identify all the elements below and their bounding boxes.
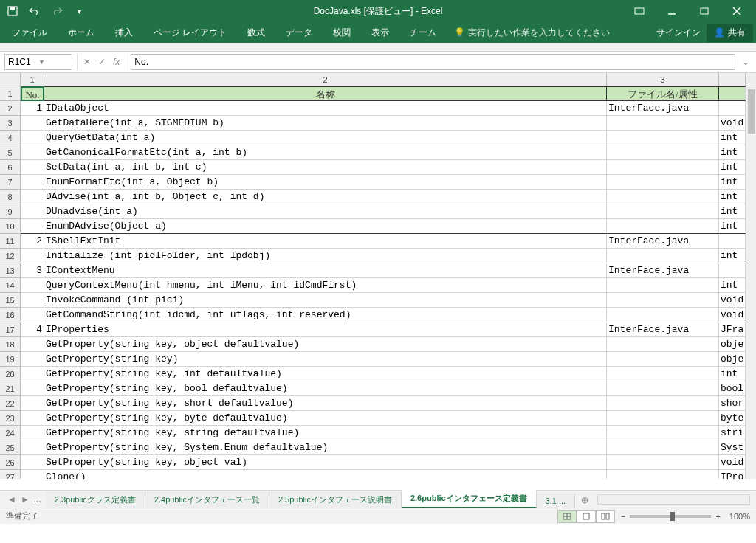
- fx-icon[interactable]: fx: [113, 57, 120, 67]
- cell[interactable]: [21, 160, 44, 175]
- cell[interactable]: [607, 411, 719, 426]
- cell[interactable]: InterFace.java: [607, 263, 719, 278]
- cell[interactable]: Syst: [719, 440, 746, 455]
- row-header[interactable]: 5: [0, 145, 21, 160]
- cell[interactable]: IProperties: [44, 322, 607, 337]
- zoom-out-icon[interactable]: −: [621, 512, 625, 521]
- view-pagelayout-icon[interactable]: [577, 510, 596, 523]
- cell[interactable]: InterFace.java: [607, 234, 719, 249]
- row-header[interactable]: 19: [0, 352, 21, 367]
- sheet-more-left[interactable]: ...: [32, 494, 43, 505]
- cell[interactable]: [21, 455, 44, 470]
- cell[interactable]: [719, 234, 746, 249]
- row-header[interactable]: 21: [0, 381, 21, 396]
- vscroll-thumb[interactable]: [748, 89, 755, 134]
- cell[interactable]: [607, 145, 719, 160]
- cell[interactable]: InterFace.java: [607, 322, 719, 337]
- row-header[interactable]: 9: [0, 204, 21, 219]
- cell[interactable]: [21, 440, 44, 455]
- cell[interactable]: IPro: [719, 470, 746, 479]
- cell[interactable]: [607, 160, 719, 175]
- row-header[interactable]: 25: [0, 440, 21, 455]
- cell[interactable]: 3: [21, 263, 44, 278]
- row-header[interactable]: 11: [0, 234, 21, 249]
- cell[interactable]: GetProperty(string key, bool defaultvalu…: [44, 381, 607, 396]
- tab-file[interactable]: ファイル: [3, 24, 56, 42]
- cell[interactable]: void: [719, 116, 746, 131]
- row-header[interactable]: 13: [0, 263, 21, 278]
- cell[interactable]: 2: [21, 234, 44, 249]
- cell[interactable]: [607, 175, 719, 190]
- cell[interactable]: int: [719, 131, 746, 145]
- cell[interactable]: [607, 308, 719, 322]
- cell[interactable]: [21, 219, 44, 234]
- row-header[interactable]: 24: [0, 426, 21, 440]
- add-sheet-button[interactable]: ⊕: [575, 492, 594, 508]
- save-icon[interactable]: [6, 4, 19, 18]
- view-pagebreak-icon[interactable]: [596, 510, 615, 523]
- cell[interactable]: GetCommandString(int idcmd, int uflags, …: [44, 308, 607, 322]
- cell[interactable]: SetData(int a, int b, int c): [44, 160, 607, 175]
- cell[interactable]: GetProperty(string key, string defaultva…: [44, 426, 607, 440]
- cell[interactable]: [607, 381, 719, 396]
- cell[interactable]: 1: [21, 101, 44, 116]
- sheet-tab[interactable]: 3.1 ...: [537, 494, 576, 508]
- cell[interactable]: QueryGetData(int a): [44, 131, 607, 145]
- cell[interactable]: DUnadvise(int a): [44, 204, 607, 219]
- zoom-in-icon[interactable]: +: [715, 512, 720, 521]
- cell[interactable]: [21, 131, 44, 145]
- cell[interactable]: JFra: [719, 322, 746, 337]
- cell[interactable]: void: [719, 293, 746, 308]
- cancel-icon[interactable]: ✕: [83, 57, 91, 67]
- cell[interactable]: [21, 190, 44, 204]
- sheet-tab[interactable]: 2.3publicクラス定義書: [46, 491, 145, 508]
- formula-expand-icon[interactable]: ⌄: [740, 57, 752, 67]
- cell-file-header[interactable]: ファイル名/属性: [607, 86, 719, 101]
- share-button[interactable]: 👤 共有: [707, 24, 753, 42]
- row-header[interactable]: 2: [0, 101, 21, 116]
- row-header[interactable]: 17: [0, 322, 21, 337]
- horizontal-scrollbar[interactable]: [597, 494, 750, 505]
- cell[interactable]: int: [719, 190, 746, 204]
- row-header[interactable]: 16: [0, 308, 21, 322]
- zoom-value[interactable]: 100%: [729, 512, 750, 521]
- cell[interactable]: shor: [719, 396, 746, 411]
- maximize-icon[interactable]: [691, 2, 718, 20]
- cell[interactable]: InterFace.java: [607, 101, 719, 116]
- cell[interactable]: [21, 381, 44, 396]
- row-header[interactable]: 27: [0, 470, 21, 479]
- cell[interactable]: IShellExtInit: [44, 234, 607, 249]
- cell-name-header[interactable]: 名称: [44, 86, 607, 101]
- cell[interactable]: GetProperty(string key, int defaultvalue…: [44, 367, 607, 381]
- cell[interactable]: [607, 337, 719, 352]
- col-header-4[interactable]: [719, 73, 746, 86]
- row-header[interactable]: 1: [0, 86, 21, 101]
- row-header[interactable]: 6: [0, 160, 21, 175]
- cell[interactable]: [607, 352, 719, 367]
- cell[interactable]: [21, 278, 44, 293]
- cell[interactable]: [21, 411, 44, 426]
- cell[interactable]: void: [719, 308, 746, 322]
- cell[interactable]: int: [719, 160, 746, 175]
- cell[interactable]: [607, 249, 719, 263]
- tab-insert[interactable]: 挿入: [106, 24, 142, 42]
- tab-home[interactable]: ホーム: [59, 24, 103, 42]
- cell[interactable]: [21, 396, 44, 411]
- row-header[interactable]: 18: [0, 337, 21, 352]
- col-header-1[interactable]: 1: [21, 73, 44, 86]
- cell[interactable]: stri: [719, 426, 746, 440]
- cell[interactable]: [607, 396, 719, 411]
- row-header[interactable]: 23: [0, 411, 21, 426]
- cell[interactable]: bool: [719, 381, 746, 396]
- cell[interactable]: [21, 470, 44, 479]
- tab-view[interactable]: 表示: [362, 24, 398, 42]
- cell[interactable]: 4: [21, 322, 44, 337]
- cell[interactable]: InvokeCommand (int pici): [44, 293, 607, 308]
- tab-formulas[interactable]: 数式: [238, 24, 274, 42]
- col-header-2[interactable]: 2: [44, 73, 607, 86]
- cell-no-header[interactable]: No.: [21, 86, 44, 101]
- select-all-corner[interactable]: [0, 73, 21, 86]
- cell[interactable]: [607, 204, 719, 219]
- cell[interactable]: [607, 131, 719, 145]
- cell[interactable]: IDataObject: [44, 101, 607, 116]
